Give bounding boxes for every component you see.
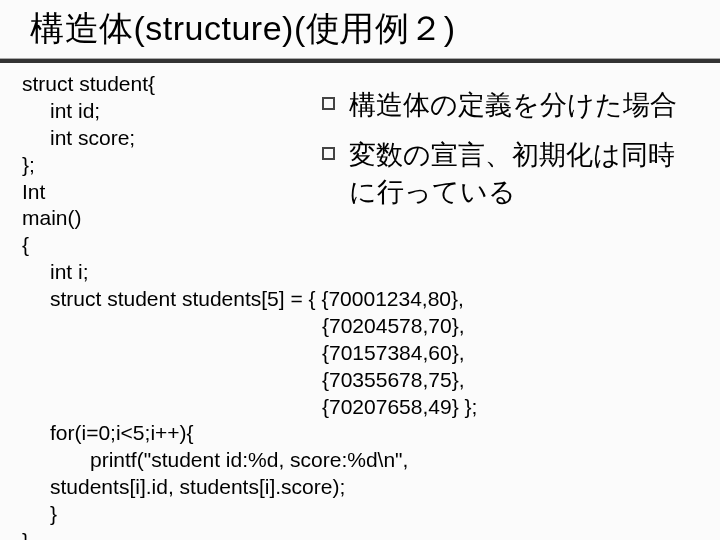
code-line: Int <box>22 179 322 206</box>
code-line: } <box>22 528 702 540</box>
code-line: }; <box>22 152 322 179</box>
code-top-block: struct student{ int id; int score; }; In… <box>22 71 322 259</box>
code-line: struct student students[5] = { {70001234… <box>22 286 702 313</box>
bullet-item: 変数の宣言、初期化は同時に行っている <box>322 137 702 210</box>
slide-title: 構造体(structure)(使用例２) <box>30 6 720 52</box>
code-line: struct student{ <box>22 71 322 98</box>
code-line: students[i].id, students[i].score); <box>22 474 702 501</box>
code-line: printf("student id:%d, score:%d\n", <box>22 447 702 474</box>
bullet-item: 構造体の定義を分けた場合 <box>322 87 702 123</box>
code-line: int id; <box>22 98 322 125</box>
code-line: main() <box>22 205 322 232</box>
code-line: {70157384,60}, <box>22 340 702 367</box>
code-line: for(i=0;i<5;i++){ <box>22 420 702 447</box>
code-line: {70204578,70}, <box>22 313 702 340</box>
square-bullet-icon <box>322 147 335 160</box>
code-line: { <box>22 232 322 259</box>
bullet-list: 構造体の定義を分けた場合 変数の宣言、初期化は同時に行っている <box>322 71 702 259</box>
code-line: {70207658,49} }; <box>22 394 702 421</box>
code-line: int score; <box>22 125 322 152</box>
code-body-block: int i; struct student students[5] = { {7… <box>0 259 720 540</box>
code-line: {70355678,75}, <box>22 367 702 394</box>
bullet-text: 変数の宣言、初期化は同時に行っている <box>349 137 702 210</box>
square-bullet-icon <box>322 97 335 110</box>
bullet-text: 構造体の定義を分けた場合 <box>349 87 677 123</box>
code-line: int i; <box>22 259 702 286</box>
horizontal-rule <box>0 58 720 63</box>
code-line: } <box>22 501 702 528</box>
